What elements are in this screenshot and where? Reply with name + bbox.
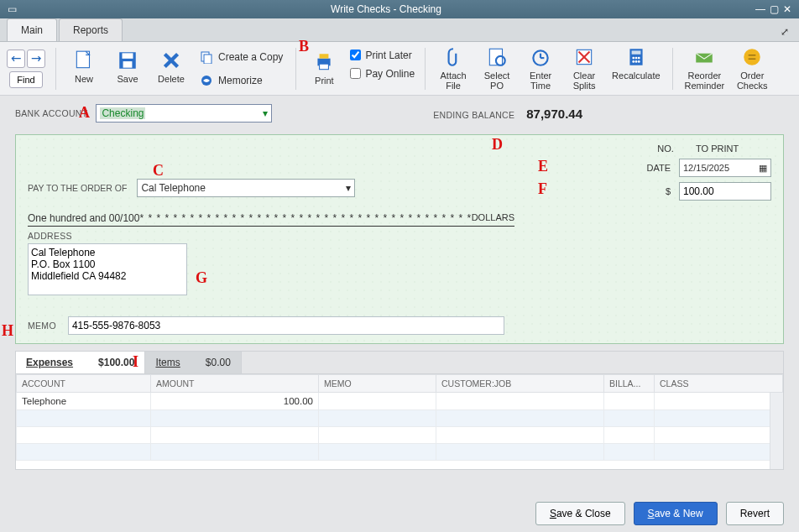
- chevron-down-icon: ▾: [263, 107, 268, 119]
- ending-balance-value: 87,970.44: [526, 107, 582, 121]
- col-class[interactable]: CLASS: [655, 375, 783, 393]
- svg-point-26: [634, 60, 637, 63]
- col-memo[interactable]: MEMO: [319, 375, 436, 393]
- col-account[interactable]: ACCOUNT: [17, 375, 151, 393]
- table-row[interactable]: [17, 410, 783, 427]
- tab-reports[interactable]: Reports: [59, 18, 123, 41]
- print-button[interactable]: Print: [306, 50, 342, 87]
- svg-rect-3: [123, 61, 133, 68]
- svg-rect-11: [320, 64, 329, 70]
- print-later-checkbox[interactable]: Print Later: [350, 50, 415, 61]
- bank-row: BANK ACCOUNT Checking ▾ ENDING BALANCE 8…: [0, 96, 799, 131]
- annotation-D: D: [492, 136, 503, 154]
- new-button[interactable]: New: [66, 48, 102, 86]
- pay-online-checkbox[interactable]: Pay Online: [350, 68, 415, 80]
- address-label: ADDRESS: [28, 231, 187, 241]
- save-button[interactable]: Save: [110, 48, 145, 86]
- amount-words-line: One hundred and 00/100 * * * * * * * * *…: [28, 212, 514, 227]
- enter-time-button[interactable]: Enter Time: [523, 44, 558, 92]
- footer-buttons: Save & Close Save & New Revert: [535, 502, 784, 525]
- chevron-down-icon: ▾: [346, 182, 351, 194]
- expense-grid[interactable]: ACCOUNT AMOUNT MEMO CUSTOMER:JOB BILLA..…: [15, 373, 784, 470]
- select-po-button[interactable]: Select PO: [479, 44, 514, 92]
- revert-button[interactable]: Revert: [726, 502, 784, 525]
- tab-items[interactable]: Items $0.00: [145, 352, 241, 373]
- check-date-label: DATE: [646, 163, 671, 173]
- annotation-I: I: [133, 353, 138, 371]
- delete-button[interactable]: Delete: [154, 48, 189, 86]
- close-icon[interactable]: ✕: [781, 3, 794, 15]
- create-copy-button[interactable]: Create a Copy: [197, 48, 285, 66]
- clear-splits-button[interactable]: Clear Splits: [567, 44, 602, 92]
- attach-file-button[interactable]: Attach File: [436, 44, 471, 92]
- calendar-icon[interactable]: ▦: [759, 163, 767, 174]
- save-new-button[interactable]: Save & New: [634, 502, 718, 525]
- check-no-value: TO PRINT: [696, 143, 771, 154]
- table-row[interactable]: [17, 444, 783, 461]
- annotation-G: G: [196, 269, 207, 287]
- svg-rect-21: [631, 50, 640, 54]
- table-row[interactable]: [17, 427, 783, 444]
- payto-select[interactable]: Cal Telephone▾: [137, 179, 355, 197]
- tab-expenses[interactable]: Expenses $100.00: [16, 352, 145, 373]
- ending-balance-label: ENDING BALANCE: [433, 110, 514, 120]
- bank-account-select[interactable]: Checking ▾: [96, 104, 272, 123]
- order-checks-button[interactable]: Order Checks: [734, 44, 770, 92]
- expand-icon[interactable]: ⤢: [777, 23, 792, 41]
- check-face: NO. TO PRINT DATE 12/15/2025▦ $ PAY TO T…: [15, 134, 784, 344]
- svg-point-24: [638, 57, 640, 60]
- save-close-button[interactable]: Save & Close: [535, 502, 625, 525]
- svg-point-22: [632, 57, 634, 60]
- svg-rect-7: [204, 55, 212, 64]
- svg-point-29: [744, 49, 761, 65]
- minimize-icon[interactable]: —: [754, 3, 767, 15]
- annotation-B: B: [299, 38, 309, 55]
- app-menu-icon[interactable]: ▭: [5, 3, 18, 15]
- col-customer[interactable]: CUSTOMER:JOB: [436, 375, 604, 393]
- memo-input[interactable]: [68, 316, 504, 335]
- recalculate-button[interactable]: Recalculate: [610, 44, 661, 82]
- title-bar: ▭ Write Checks - Checking — ▢ ✕: [0, 0, 799, 18]
- split-tabs: Expenses $100.00 Items $0.00: [15, 351, 784, 373]
- payto-label: PAY TO THE ORDER OF: [28, 183, 127, 193]
- memorize-button[interactable]: Memorize: [197, 71, 285, 90]
- table-row[interactable]: Telephone100.00: [17, 393, 783, 410]
- annotation-A: A: [79, 104, 90, 122]
- svg-point-23: [634, 57, 637, 60]
- find-button[interactable]: Find: [9, 71, 42, 88]
- toolbar: 🡐 🡒 Find New Save Delete Create a Copy M…: [0, 42, 799, 96]
- col-amount[interactable]: AMOUNT: [151, 375, 319, 393]
- svg-rect-2: [123, 53, 133, 59]
- annotation-E: E: [538, 158, 548, 175]
- grid-scrollbar[interactable]: [770, 393, 783, 469]
- next-button[interactable]: 🡒: [27, 50, 45, 68]
- check-no-label: NO.: [657, 143, 674, 154]
- prev-button[interactable]: 🡐: [7, 50, 25, 68]
- reorder-reminder-button[interactable]: Reorder Reminder: [683, 44, 727, 92]
- maximize-icon[interactable]: ▢: [767, 3, 781, 15]
- window-title: Write Checks - Checking: [18, 3, 754, 15]
- check-date-input[interactable]: 12/15/2025▦: [679, 159, 771, 177]
- bank-account-label: BANK ACCOUNT: [15, 108, 87, 118]
- tab-strip: Main Reports ⤢: [0, 18, 799, 42]
- annotation-H: H: [2, 322, 13, 340]
- annotation-F: F: [538, 180, 547, 198]
- col-billable[interactable]: BILLA...: [604, 375, 655, 393]
- memo-label: MEMO: [28, 321, 56, 331]
- tab-main[interactable]: Main: [7, 18, 57, 41]
- address-textarea[interactable]: [28, 243, 187, 295]
- svg-point-25: [632, 60, 634, 63]
- check-amount-input[interactable]: [679, 182, 771, 201]
- svg-point-27: [638, 60, 640, 63]
- dollar-sign: $: [666, 186, 671, 196]
- annotation-C: C: [153, 162, 164, 180]
- svg-rect-10: [320, 54, 329, 58]
